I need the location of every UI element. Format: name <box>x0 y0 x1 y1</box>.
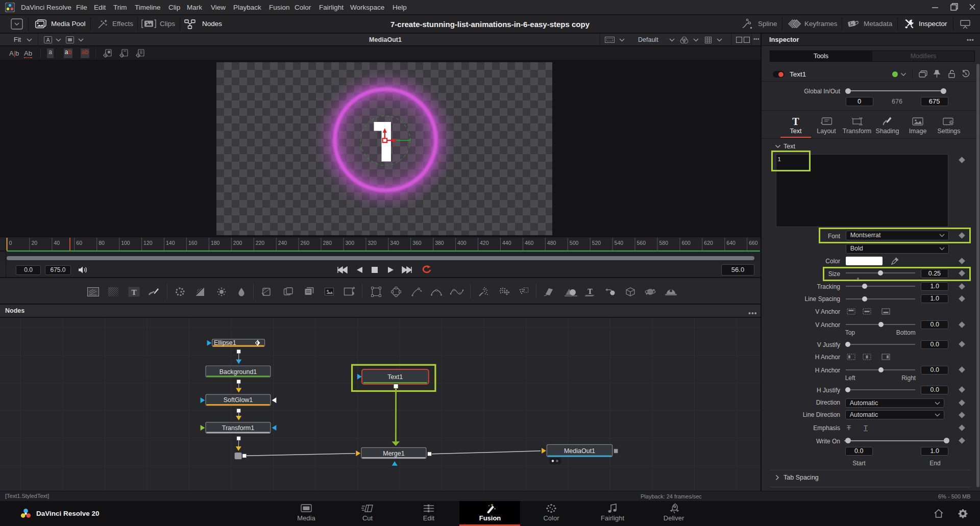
svg-text:100: 100 <box>121 240 130 246</box>
svg-text:T: T <box>792 117 799 126</box>
svg-text:560: 560 <box>637 240 646 246</box>
svg-text:Text1: Text1 <box>387 373 403 381</box>
svg-text:80: 80 <box>99 240 105 246</box>
svg-text:Background1: Background1 <box>219 368 257 375</box>
svg-text:140: 140 <box>166 240 175 246</box>
svg-text:260: 260 <box>301 240 310 246</box>
svg-text:300: 300 <box>346 240 355 246</box>
svg-text:320: 320 <box>368 240 377 246</box>
svg-text:0: 0 <box>9 240 12 246</box>
svg-text:540: 540 <box>615 240 624 246</box>
svg-text:SoftGlow1: SoftGlow1 <box>224 396 253 404</box>
svg-text:340: 340 <box>390 240 399 246</box>
svg-text:440: 440 <box>502 240 511 246</box>
svg-text:220: 220 <box>256 240 265 246</box>
svg-text:520: 520 <box>592 240 601 246</box>
svg-text:60: 60 <box>76 240 82 246</box>
svg-text:T: T <box>587 288 593 295</box>
svg-text:240: 240 <box>278 240 287 246</box>
svg-text:20: 20 <box>31 240 37 246</box>
svg-text:200: 200 <box>233 240 242 246</box>
svg-text:380: 380 <box>435 240 444 246</box>
svg-text:640: 640 <box>726 240 736 246</box>
svg-text:580: 580 <box>659 240 669 246</box>
svg-text:40: 40 <box>54 240 60 246</box>
svg-text:660: 660 <box>749 240 758 246</box>
svg-text:620: 620 <box>704 240 713 246</box>
svg-text:500: 500 <box>570 240 579 246</box>
svg-text:A: A <box>46 37 50 43</box>
svg-text:Ellipse1: Ellipse1 <box>214 339 236 346</box>
svg-text:360: 360 <box>412 240 422 246</box>
svg-text:120: 120 <box>143 240 153 246</box>
svg-text:600: 600 <box>681 240 691 246</box>
svg-text:480: 480 <box>547 240 556 246</box>
svg-text:160: 160 <box>188 240 198 246</box>
svg-text:460: 460 <box>525 240 534 246</box>
svg-text:180: 180 <box>211 240 220 246</box>
svg-text:Merge1: Merge1 <box>383 450 404 457</box>
svg-text:MediaOut1: MediaOut1 <box>564 447 595 455</box>
svg-text:280: 280 <box>323 240 332 246</box>
svg-text:T: T <box>131 288 136 296</box>
svg-text:Transform1: Transform1 <box>222 424 254 432</box>
svg-text:420: 420 <box>480 240 489 246</box>
svg-text:400: 400 <box>457 240 467 246</box>
